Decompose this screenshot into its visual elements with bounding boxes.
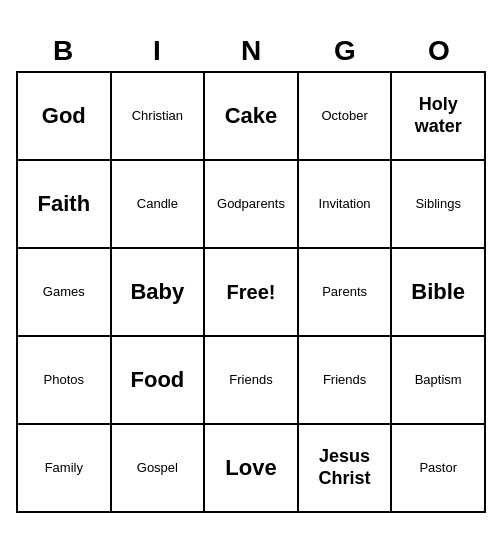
- cell-row1-col2: Godparents: [205, 161, 299, 249]
- cell-row2-col2: Free!: [205, 249, 299, 337]
- header-letter-b: B: [16, 31, 110, 71]
- cell-text-row0-col2: Cake: [225, 103, 278, 129]
- cell-text-row3-col3: Friends: [323, 372, 366, 388]
- cell-row3-col4: Baptism: [392, 337, 486, 425]
- bingo-grid: GodChristianCakeOctoberHolywaterFaithCan…: [16, 71, 486, 513]
- cell-text-row4-col0: Family: [45, 460, 83, 476]
- cell-row0-col1: Christian: [112, 73, 206, 161]
- cell-text-row4-col2: Love: [225, 455, 276, 481]
- cell-row1-col3: Invitation: [299, 161, 393, 249]
- cell-row3-col2: Friends: [205, 337, 299, 425]
- cell-row3-col0: Photos: [18, 337, 112, 425]
- cell-text-row1-col3: Invitation: [319, 196, 371, 212]
- cell-row0-col2: Cake: [205, 73, 299, 161]
- cell-row4-col2: Love: [205, 425, 299, 513]
- cell-text-row4-col4: Pastor: [419, 460, 457, 476]
- cell-text-row0-col0: God: [42, 103, 86, 129]
- cell-row1-col1: Candle: [112, 161, 206, 249]
- header-letter-o: O: [392, 31, 486, 71]
- cell-text-row3-col1: Food: [131, 367, 185, 393]
- cell-text-row3-col2: Friends: [229, 372, 272, 388]
- cell-text-row2-col2: Free!: [227, 280, 276, 304]
- cell-text-row0-col1: Christian: [132, 108, 183, 124]
- cell-text-row1-col4: Siblings: [415, 196, 461, 212]
- cell-text-row2-col4: Bible: [411, 279, 465, 305]
- header-letter-n: N: [204, 31, 298, 71]
- cell-row4-col0: Family: [18, 425, 112, 513]
- cell-text-row3-col4: Baptism: [415, 372, 462, 388]
- cell-row2-col0: Games: [18, 249, 112, 337]
- cell-text-row2-col0: Games: [43, 284, 85, 300]
- header-letter-g: G: [298, 31, 392, 71]
- cell-row1-col4: Siblings: [392, 161, 486, 249]
- cell-text-row1-col1: Candle: [137, 196, 178, 212]
- bingo-header: BINGO: [16, 31, 486, 71]
- cell-row0-col4: Holywater: [392, 73, 486, 161]
- cell-row0-col3: October: [299, 73, 393, 161]
- cell-row4-col1: Gospel: [112, 425, 206, 513]
- cell-row2-col4: Bible: [392, 249, 486, 337]
- cell-row0-col0: God: [18, 73, 112, 161]
- cell-row4-col4: Pastor: [392, 425, 486, 513]
- cell-row3-col3: Friends: [299, 337, 393, 425]
- cell-row2-col1: Baby: [112, 249, 206, 337]
- cell-text-row1-col2: Godparents: [217, 196, 285, 212]
- header-letter-i: I: [110, 31, 204, 71]
- bingo-card: BINGO GodChristianCakeOctoberHolywaterFa…: [16, 31, 486, 513]
- cell-text-row0-col4: Holywater: [415, 94, 462, 137]
- cell-text-row4-col1: Gospel: [137, 460, 178, 476]
- cell-row2-col3: Parents: [299, 249, 393, 337]
- cell-row1-col0: Faith: [18, 161, 112, 249]
- cell-text-row1-col0: Faith: [38, 191, 91, 217]
- cell-row4-col3: JesusChrist: [299, 425, 393, 513]
- cell-text-row3-col0: Photos: [44, 372, 84, 388]
- cell-row3-col1: Food: [112, 337, 206, 425]
- cell-text-row0-col3: October: [321, 108, 367, 124]
- cell-text-row2-col3: Parents: [322, 284, 367, 300]
- cell-text-row2-col1: Baby: [130, 279, 184, 305]
- cell-text-row4-col3: JesusChrist: [319, 446, 371, 489]
